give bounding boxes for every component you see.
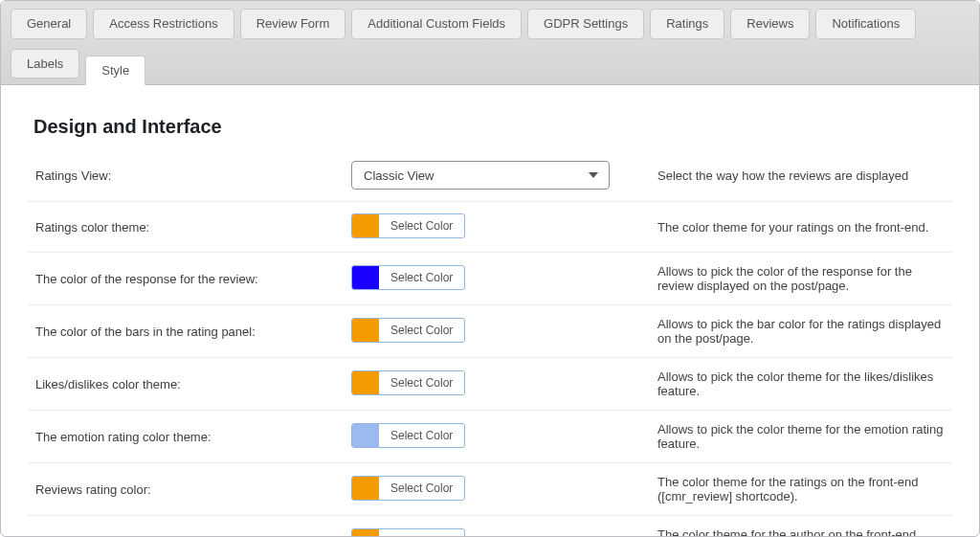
row-emotion-color: The emotion rating color theme: Select C…: [28, 411, 952, 463]
settings-panel: General Access Restrictions Review Form …: [0, 0, 980, 537]
color-swatch: [352, 529, 379, 537]
label-ratings-view: Ratings View:: [28, 155, 344, 202]
row-response-color: The color of the response for the review…: [28, 253, 952, 305]
settings-form: Ratings View: Classic View Select the wa…: [28, 155, 952, 537]
tab-ratings[interactable]: Ratings: [650, 9, 724, 39]
reviews-author-color-picker[interactable]: Select Color: [351, 528, 465, 537]
color-swatch: [352, 371, 379, 394]
row-likes-color: Likes/dislikes color theme: Select Color…: [28, 358, 952, 411]
tab-access-restrictions[interactable]: Access Restrictions: [93, 9, 234, 39]
ratings-view-select[interactable]: Classic View: [351, 161, 610, 190]
tab-content-style: Design and Interface Ratings View: Class…: [1, 85, 979, 537]
color-swatch: [352, 214, 379, 237]
row-ratings-view: Ratings View: Classic View Select the wa…: [28, 155, 952, 202]
label-likes-color: Likes/dislikes color theme:: [28, 358, 344, 411]
row-bars-color: The color of the bars in the rating pane…: [28, 305, 952, 358]
desc-reviews-rating-color: The color theme for the ratings on the f…: [650, 463, 952, 516]
tab-general[interactable]: General: [11, 9, 87, 39]
emotion-color-picker[interactable]: Select Color: [351, 423, 465, 448]
label-bars-color: The color of the bars in the rating pane…: [28, 305, 344, 358]
select-color-label: Select Color: [379, 529, 464, 537]
select-color-label: Select Color: [379, 266, 464, 289]
label-reviews-author-color: Reviews author color:: [28, 516, 344, 537]
select-color-label: Select Color: [379, 319, 464, 342]
color-swatch: [352, 424, 379, 447]
desc-bars-color: Allows to pick the bar color for the rat…: [650, 305, 952, 358]
label-emotion-color: The emotion rating color theme:: [28, 411, 344, 463]
row-reviews-rating-color: Reviews rating color: Select Color The c…: [28, 463, 952, 516]
color-swatch: [352, 477, 379, 500]
row-ratings-color-theme: Ratings color theme: Select Color The co…: [28, 202, 952, 253]
tab-style[interactable]: Style: [85, 56, 145, 86]
desc-likes-color: Allows to pick the color theme for the l…: [650, 358, 952, 411]
tab-reviews[interactable]: Reviews: [730, 9, 810, 39]
tab-bar: General Access Restrictions Review Form …: [1, 1, 979, 85]
color-swatch: [352, 266, 379, 289]
response-color-picker[interactable]: Select Color: [351, 265, 465, 290]
desc-ratings-color-theme: The color theme for your ratings on the …: [650, 202, 952, 253]
desc-emotion-color: Allows to pick the color theme for the e…: [650, 411, 952, 463]
row-reviews-author-color: Reviews author color: Select Color The c…: [28, 516, 952, 537]
label-ratings-color-theme: Ratings color theme:: [28, 202, 344, 253]
tab-gdpr-settings[interactable]: GDPR Settings: [527, 9, 644, 39]
tab-additional-custom-fields[interactable]: Additional Custom Fields: [351, 9, 522, 39]
desc-ratings-view: Select the way how the reviews are displ…: [650, 155, 952, 202]
desc-reviews-author-color: The color theme for the author on the fr…: [650, 516, 952, 537]
select-color-label: Select Color: [379, 214, 464, 237]
label-reviews-rating-color: Reviews rating color:: [28, 463, 344, 516]
ratings-color-theme-picker[interactable]: Select Color: [351, 213, 465, 238]
reviews-rating-color-picker[interactable]: Select Color: [351, 476, 465, 501]
tab-notifications[interactable]: Notifications: [815, 9, 916, 39]
color-swatch: [352, 319, 379, 342]
select-color-label: Select Color: [379, 424, 464, 447]
label-response-color: The color of the response for the review…: [28, 253, 344, 305]
section-title: Design and Interface: [33, 116, 952, 138]
tab-labels[interactable]: Labels: [11, 49, 79, 79]
select-color-label: Select Color: [379, 371, 464, 394]
likes-color-picker[interactable]: Select Color: [351, 370, 465, 395]
select-color-label: Select Color: [379, 477, 464, 500]
desc-response-color: Allows to pick the color of the response…: [650, 253, 952, 305]
tab-review-form[interactable]: Review Form: [240, 9, 346, 39]
bars-color-picker[interactable]: Select Color: [351, 318, 465, 343]
